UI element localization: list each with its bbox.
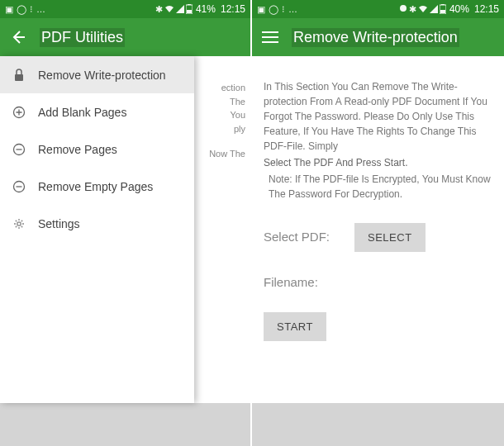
- description-instruction: Select The PDF And Press Start.: [264, 155, 492, 170]
- drawer-item-remove-write-protection[interactable]: Remove Write-protection: [0, 56, 194, 93]
- start-button[interactable]: START: [264, 312, 326, 341]
- page-title: Remove Write-protection: [292, 28, 459, 47]
- wifi-icon: [164, 5, 174, 13]
- drawer-item-label: Remove Empty Pages: [38, 180, 153, 193]
- app-title: PDF Utilities: [40, 28, 125, 47]
- vibrate-icon: ✱: [409, 4, 416, 15]
- svg-rect-9: [441, 4, 445, 5]
- drawer-item-label: Remove Pages: [38, 143, 117, 156]
- gear-icon: [12, 216, 26, 231]
- select-pdf-label: Select PDF:: [264, 228, 330, 247]
- svg-rect-1: [188, 4, 191, 5]
- filename-row: Filename:: [264, 273, 492, 292]
- screenshot-icon: ▣: [5, 4, 13, 15]
- screen-left: ▣ ◯ ⁝ … ✱ 41% 12:15 PDF Utilities ect: [0, 0, 252, 446]
- backdrop-text: ection The You ply Now The: [194, 56, 250, 161]
- minus-icon: [12, 179, 26, 194]
- select-button[interactable]: SELECT: [354, 223, 426, 252]
- menu-icon: ⁝: [30, 4, 33, 15]
- screenshot-icon: ▣: [257, 4, 265, 15]
- lock-icon: [12, 68, 26, 83]
- more-icon: …: [36, 4, 45, 14]
- bottom-bar: [0, 403, 250, 446]
- clock-time: 12:15: [221, 3, 245, 15]
- drawer-item-label: Settings: [38, 217, 80, 230]
- plus-icon: [12, 105, 26, 120]
- screen-right: ▣ ◯ ⁝ … ✱ 40% 12:15 Remove: [252, 0, 504, 446]
- battery-percent: 41%: [196, 3, 216, 15]
- drawer-item-settings[interactable]: Settings: [0, 205, 194, 242]
- description-text: In This Section You Can Remove The Write…: [264, 79, 492, 154]
- app-bar: PDF Utilities: [0, 18, 250, 56]
- select-pdf-row: Select PDF: SELECT: [264, 223, 492, 252]
- battery-icon: [186, 4, 193, 14]
- hamburger-icon[interactable]: [262, 31, 278, 44]
- bottom-bar: [252, 403, 504, 446]
- battery-percent: 40%: [449, 3, 469, 15]
- circle-icon: ◯: [269, 4, 278, 15]
- filename-label: Filename:: [264, 273, 318, 292]
- svg-point-7: [17, 221, 21, 225]
- main-content: In This Section You Can Remove The Write…: [252, 56, 504, 446]
- location-icon: [399, 5, 407, 13]
- app-bar: Remove Write-protection: [252, 18, 504, 56]
- drawer-item-remove-pages[interactable]: Remove Pages: [0, 130, 194, 168]
- status-bar: ▣ ◯ ⁝ … ✱ 41% 12:15: [0, 0, 250, 18]
- clock-time: 12:15: [474, 3, 499, 15]
- svg-rect-10: [440, 10, 445, 13]
- drawer-item-label: Remove Write-protection: [38, 69, 166, 82]
- svg-rect-3: [15, 74, 23, 81]
- more-icon: …: [288, 4, 297, 14]
- minus-icon: [12, 142, 26, 157]
- circle-icon: ◯: [17, 4, 26, 15]
- wifi-icon: [418, 5, 428, 13]
- status-bar: ▣ ◯ ⁝ … ✱ 40% 12:15: [252, 0, 504, 18]
- battery-icon: [440, 4, 446, 14]
- svg-rect-2: [187, 10, 192, 13]
- drawer-item-remove-empty-pages[interactable]: Remove Empty Pages: [0, 168, 194, 205]
- signal-icon: [176, 5, 184, 13]
- description-note: Note: If The PDF-file Is Encrypted, You …: [264, 172, 492, 202]
- back-icon[interactable]: [10, 29, 26, 45]
- vibrate-icon: ✱: [155, 4, 163, 15]
- navigation-drawer: Remove Write-protection Add Blank Pages …: [0, 56, 194, 403]
- menu-icon: ⁝: [282, 4, 285, 15]
- signal-icon: [430, 5, 438, 13]
- drawer-item-label: Add Blank Pages: [38, 106, 126, 119]
- drawer-item-add-blank-pages[interactable]: Add Blank Pages: [0, 93, 194, 130]
